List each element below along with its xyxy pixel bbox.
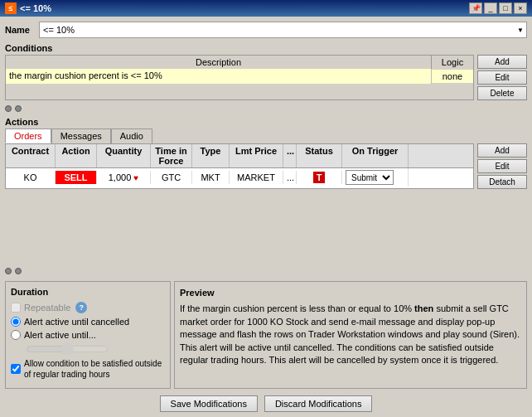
actions-tabs: Orders Messages Audio [5, 128, 527, 143]
allow-outside-row: Allow condition to be satisfied outside … [11, 358, 165, 380]
t-badge: T [313, 172, 326, 183]
col-header-tif: Time in Force [151, 144, 192, 167]
conditions-buttons: Add Edit Delete [477, 55, 527, 100]
repeatable-label: Repeatable [24, 303, 70, 313]
title-bar-controls: 📌 _ □ × [469, 2, 527, 14]
alert-cancelled-radio[interactable] [11, 317, 21, 327]
duration-title: Duration [11, 287, 165, 297]
main-window: Name <= 10% Conditions Description Logic… [0, 17, 532, 417]
duration-slider[interactable] [26, 343, 109, 355]
name-dropdown-wrapper[interactable]: <= 10% [39, 22, 527, 38]
tab-orders[interactable]: Orders [5, 128, 51, 143]
orders-data-row: KO SELL 1,000 ♥ GTC MKT MARKET ... T [6, 168, 473, 187]
alert-until-row[interactable]: Alert active until... [11, 330, 165, 340]
dots-row-1 [5, 104, 527, 114]
col-header-dots: ... [283, 144, 297, 167]
preview-text: If the margin cushion percent is less th… [180, 303, 521, 366]
col-header-action: Action [56, 144, 97, 167]
orders-table: Contract Action Quantity Time in Force T… [5, 143, 474, 189]
allow-outside-label: Allow condition to be satisfied outside … [24, 358, 165, 380]
minimize-button[interactable]: _ [484, 2, 497, 14]
dot-4 [15, 268, 22, 274]
orders-with-buttons: Contract Action Quantity Time in Force T… [5, 143, 527, 189]
name-row: Name <= 10% [5, 22, 527, 38]
save-button[interactable]: Save Modifications [160, 395, 258, 412]
title-bar: ≤ <= 10% 📌 _ □ × [0, 0, 532, 17]
col-header-trigger: On Trigger [342, 144, 409, 167]
title-icon: ≤ [5, 2, 17, 14]
alert-until-label: Alert active until... [24, 330, 96, 340]
cell-action: SELL [56, 171, 97, 184]
discard-button[interactable]: Discard Modifications [264, 395, 373, 412]
conditions-logic: none [432, 70, 473, 83]
dots-row-2 [5, 266, 527, 276]
actions-section: Actions Orders Messages Audio Contract A… [5, 117, 527, 263]
alert-cancelled-row[interactable]: Alert active until cancelled [11, 317, 165, 327]
cell-status: T [297, 171, 342, 184]
col-header-status: Status [297, 144, 342, 167]
conditions-header-logic: Logic [432, 56, 473, 69]
bottom-buttons: Save Modifications Discard Modifications [5, 395, 527, 412]
cell-quantity: 1,000 ♥ [97, 171, 151, 184]
alert-until-radio[interactable] [11, 330, 21, 340]
quantity-value: 1,000 [109, 172, 132, 182]
name-label: Name [5, 25, 34, 35]
cell-contract: KO [6, 171, 56, 184]
col-header-lmt: Lmt Price [230, 144, 283, 167]
cell-dots: ... [283, 171, 297, 184]
col-header-contract: Contract [6, 144, 56, 167]
pin-button[interactable]: 📌 [469, 2, 482, 14]
close-button[interactable]: × [514, 2, 527, 14]
cell-lmt: MARKET [230, 171, 283, 184]
on-trigger-select[interactable]: Submit [346, 170, 394, 185]
conditions-data-row: the margin cushion percent is <= 10% non… [6, 69, 473, 84]
cell-type: MKT [192, 171, 230, 184]
title-text: <= 10% [20, 3, 51, 13]
conditions-header-desc: Description [6, 56, 432, 69]
cell-tif: GTC [151, 171, 192, 184]
maximize-button[interactable]: □ [499, 2, 512, 14]
info-icon: ? [75, 302, 87, 313]
repeatable-row: Repeatable ? [11, 302, 165, 313]
conditions-delete-button[interactable]: Delete [477, 86, 527, 100]
col-header-quantity: Quantity [97, 144, 151, 167]
dot-3 [5, 268, 12, 274]
preview-panel: Preview If the margin cushion percent is… [174, 281, 527, 389]
orders-header: Contract Action Quantity Time in Force T… [6, 144, 473, 168]
conditions-title: Conditions [5, 43, 527, 53]
submit-dropdown[interactable]: Submit [346, 170, 404, 185]
dot-1 [5, 105, 12, 112]
conditions-section: Conditions Description Logic the margin … [5, 43, 527, 100]
conditions-edit-button[interactable]: Edit [477, 70, 527, 85]
col-header-type: Type [192, 144, 230, 167]
dot-2 [15, 105, 22, 112]
name-dropdown[interactable]: <= 10% [39, 22, 527, 38]
allow-outside-checkbox[interactable] [11, 364, 21, 374]
bottom-section: Duration Repeatable ? Alert active until… [5, 281, 527, 389]
orders-detach-button[interactable]: Detach [477, 175, 527, 189]
tab-messages[interactable]: Messages [51, 128, 111, 143]
tab-audio[interactable]: Audio [111, 128, 152, 143]
slider-row [26, 343, 165, 355]
preview-title: Preview [180, 287, 521, 299]
actions-title: Actions [5, 117, 527, 127]
duration-panel: Duration Repeatable ? Alert active until… [5, 281, 171, 389]
repeatable-checkbox[interactable] [11, 303, 21, 313]
conditions-add-button[interactable]: Add [477, 55, 527, 69]
orders-add-button[interactable]: Add [477, 143, 527, 158]
orders-edit-button[interactable]: Edit [477, 159, 527, 173]
action-buttons: Add Edit Detach [477, 143, 527, 189]
heart-icon: ♥ [133, 173, 138, 182]
cell-trigger: Submit [342, 168, 409, 187]
conditions-header: Description Logic [6, 56, 473, 69]
alert-cancelled-label: Alert active until cancelled [24, 317, 129, 327]
conditions-table: Description Logic the margin cushion per… [5, 55, 474, 100]
conditions-description: the margin cushion percent is <= 10% [6, 69, 432, 84]
conditions-outer: Description Logic the margin cushion per… [5, 55, 527, 100]
